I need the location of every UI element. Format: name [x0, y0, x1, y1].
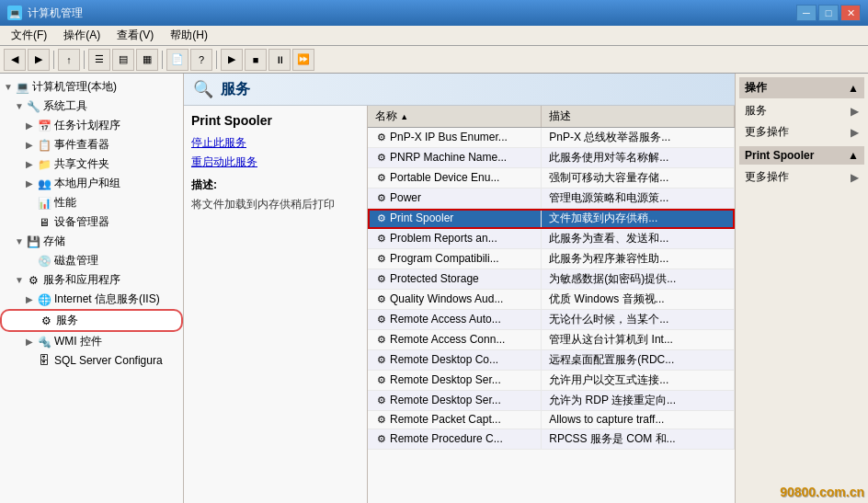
- table-row[interactable]: ⚙Portable Device Enu... 强制可移动大容量存储...: [368, 168, 735, 189]
- table-row[interactable]: ⚙Protected Storage 为敏感数据(如密码)提供...: [368, 269, 735, 290]
- menu-action[interactable]: 操作(A): [56, 26, 108, 45]
- service-row-icon: ⚙: [375, 212, 388, 225]
- pause-btn[interactable]: ⏸: [268, 49, 291, 71]
- maximize-button[interactable]: □: [818, 5, 839, 21]
- collapse-icon-2: ▲: [848, 149, 859, 162]
- right-item-more-actions-1[interactable]: 更多操作 ▶: [739, 121, 864, 143]
- table-row[interactable]: ⚙Remote Desktop Ser... 允许为 RDP 连接重定向...: [368, 391, 735, 411]
- table-row[interactable]: ⚙Remote Access Conn... 管理从这台计算机到 Int...: [368, 330, 735, 350]
- service-row-icon: ⚙: [375, 152, 388, 165]
- expand-icon: ▶: [26, 140, 37, 150]
- sidebar-item-services[interactable]: ⚙ 服务: [0, 309, 183, 332]
- table-row[interactable]: ⚙Program Compatibili... 此服务为程序兼容性助...: [368, 249, 735, 269]
- col-header-desc[interactable]: 描述: [542, 106, 735, 128]
- close-button[interactable]: ✕: [840, 5, 861, 21]
- service-name-cell: ⚙Remote Access Conn...: [368, 330, 542, 350]
- sidebar-item-sql[interactable]: 🗄 SQL Server Configura: [0, 351, 183, 370]
- sidebar-item-iis[interactable]: ▶ 🌐 Internet 信息服务(IIS): [0, 290, 183, 309]
- sidebar-item-root[interactable]: ▼ 💻 计算机管理(本地): [0, 77, 183, 97]
- right-arrow-1: ▶: [851, 126, 859, 139]
- sidebar-item-disk-mgmt[interactable]: 💿 磁盘管理: [0, 251, 183, 270]
- right-panel: 操作 ▲ 服务 ▶ 更多操作 ▶ Print Spooler ▲ 更多操作 ▶: [735, 74, 868, 503]
- service-desc-cell: 无论什么时候，当某个...: [542, 310, 735, 330]
- sidebar-label-root: 计算机管理(本地): [32, 79, 117, 95]
- sidebar-item-shared-folders[interactable]: ▶ 📁 共享文件夹: [0, 154, 183, 174]
- storage-icon: 💾: [26, 234, 40, 249]
- up-button[interactable]: ↑: [58, 49, 80, 71]
- table-row[interactable]: ⚙Power 管理电源策略和电源策...: [368, 189, 735, 209]
- restart-service-link[interactable]: 重启动此服务: [191, 154, 360, 170]
- right-arrow-2: ▶: [851, 171, 859, 184]
- stop-service-link[interactable]: 停止此服务: [191, 135, 360, 151]
- users-icon: 👥: [37, 177, 51, 191]
- list-btn[interactable]: ▤: [112, 49, 134, 71]
- restart-btn[interactable]: ⏩: [292, 49, 314, 71]
- menu-file[interactable]: 文件(F): [4, 26, 54, 45]
- service-desc-cell: 远程桌面配置服务(RDC...: [542, 350, 735, 371]
- service-row-icon: ⚙: [375, 253, 388, 266]
- help-btn[interactable]: ?: [190, 49, 212, 71]
- table-row[interactable]: ⚙Remote Desktop Ser... 允许用户以交互式连接...: [368, 371, 735, 391]
- service-desc-cell: 为敏感数据(如密码)提供...: [542, 269, 735, 290]
- table-row[interactable]: ⚙PnP-X IP Bus Enumer... PnP-X 总线枚举器服务...: [368, 128, 735, 148]
- sidebar-item-wmi[interactable]: ▶ 🔩 WMI 控件: [0, 332, 183, 351]
- service-name-cell: ⚙Remote Desktop Ser...: [368, 371, 542, 391]
- expand-icon: ▼: [15, 236, 26, 246]
- menu-help[interactable]: 帮助(H): [163, 26, 215, 45]
- title-bar: 💻 计算机管理 ─ □ ✕: [0, 0, 868, 26]
- table-row[interactable]: ⚙Remote Desktop Co... 远程桌面配置服务(RDC...: [368, 350, 735, 371]
- sidebar-item-device-manager[interactable]: 🖥 设备管理器: [0, 212, 183, 232]
- service-desc-cell: 优质 Windows 音频视...: [542, 290, 735, 310]
- sidebar-item-task-scheduler[interactable]: ▶ 📅 任务计划程序: [0, 116, 183, 135]
- col-header-name[interactable]: 名称 ▲: [368, 106, 542, 128]
- expand-icon: ▶: [26, 178, 37, 189]
- toolbar-sep-4: [216, 51, 217, 69]
- expand-icon: ▶: [26, 120, 37, 131]
- table-row[interactable]: ⚙Problem Reports an... 此服务为查看、发送和...: [368, 229, 735, 249]
- table-row[interactable]: ⚙Remote Packet Capt... Allows to capture…: [368, 411, 735, 429]
- expand-icon: ▼: [15, 101, 26, 111]
- service-desc-cell: 管理从这台计算机到 Int...: [542, 330, 735, 350]
- table-row[interactable]: ⚙Remote Procedure C... RPCSS 服务是 COM 和..…: [368, 429, 735, 449]
- right-item-services[interactable]: 服务 ▶: [739, 100, 864, 121]
- stop-btn[interactable]: ■: [245, 49, 267, 71]
- sidebar-label-wmi: WMI 控件: [54, 334, 102, 349]
- service-detail: Print Spooler 停止此服务 重启动此服务 描述: 将文件加载到内存供…: [184, 106, 735, 503]
- detail-btn[interactable]: ▦: [136, 49, 158, 71]
- sidebar-item-services-apps[interactable]: ▼ ⚙ 服务和应用程序: [0, 270, 183, 290]
- window-controls: ─ □ ✕: [796, 5, 861, 21]
- window-title: 计算机管理: [28, 6, 83, 21]
- service-desc-cell: 强制可移动大容量存储...: [542, 168, 735, 189]
- service-row-icon: ⚙: [375, 432, 388, 445]
- right-item-more-actions-2[interactable]: 更多操作 ▶: [739, 166, 864, 188]
- service-desc-cell: 此服务使用对等名称解...: [542, 148, 735, 168]
- play-btn[interactable]: ▶: [221, 49, 243, 71]
- forward-button[interactable]: ▶: [28, 49, 50, 71]
- service-desc-cell: 管理电源策略和电源策...: [542, 189, 735, 209]
- sidebar-label-device: 设备管理器: [54, 214, 109, 230]
- minimize-button[interactable]: ─: [796, 5, 817, 21]
- sidebar-item-performance[interactable]: 📊 性能: [0, 193, 183, 212]
- right-section-print-spooler: Print Spooler ▲: [739, 146, 864, 165]
- service-name-cell: ⚙Print Spooler: [368, 209, 542, 229]
- table-row[interactable]: ⚙Quality Windows Aud... 优质 Windows 音频视..…: [368, 290, 735, 310]
- sidebar-item-local-users[interactable]: ▶ 👥 本地用户和组: [0, 174, 183, 193]
- menu-view[interactable]: 查看(V): [109, 26, 161, 45]
- service-row-icon: ⚙: [375, 273, 388, 286]
- sidebar-item-event-viewer[interactable]: ▶ 📋 事件查看器: [0, 135, 183, 154]
- back-button[interactable]: ◀: [4, 49, 26, 71]
- menu-bar: 文件(F) 操作(A) 查看(V) 帮助(H): [0, 26, 868, 46]
- sidebar-item-system-tools[interactable]: ▼ 🔧 系统工具: [0, 97, 183, 116]
- sql-icon: 🗄: [37, 353, 51, 368]
- table-row[interactable]: ⚙Remote Access Auto... 无论什么时候，当某个...: [368, 310, 735, 330]
- table-row[interactable]: ⚙Print Spooler 文件加载到内存供稍...: [368, 209, 735, 229]
- show-hide-btn[interactable]: ☰: [88, 49, 110, 71]
- export-btn[interactable]: 📄: [166, 49, 188, 71]
- service-name-cell: ⚙Power: [368, 189, 542, 209]
- table-row[interactable]: ⚙PNRP Machine Name... 此服务使用对等名称解...: [368, 148, 735, 168]
- sidebar-item-storage[interactable]: ▼ 💾 存储: [0, 232, 183, 251]
- service-row-icon: ⚙: [375, 172, 388, 185]
- expand-icon: ▼: [15, 275, 26, 285]
- expand-icon: ▶: [26, 337, 37, 347]
- computer-icon: 💻: [15, 80, 29, 95]
